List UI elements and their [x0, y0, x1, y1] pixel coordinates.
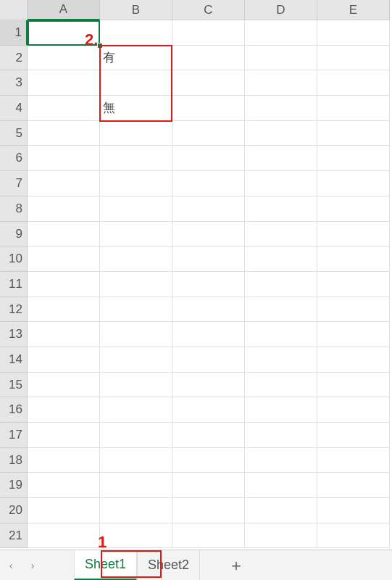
cell-C21[interactable] — [172, 523, 245, 549]
cell-E1[interactable] — [317, 20, 390, 46]
row-header-12[interactable]: 12 — [0, 297, 28, 323]
cell-E19[interactable] — [317, 473, 390, 498]
cell-D12[interactable] — [245, 297, 317, 323]
cell-B3[interactable] — [100, 70, 172, 96]
cell-D4[interactable] — [245, 96, 317, 121]
cell-D14[interactable] — [245, 347, 317, 373]
cell-B19[interactable] — [100, 473, 172, 498]
cell-B8[interactable] — [100, 196, 172, 222]
cell-A13[interactable] — [28, 322, 100, 347]
cell-C18[interactable] — [172, 448, 245, 473]
cell-D1[interactable] — [245, 20, 317, 46]
cell-A6[interactable] — [28, 146, 100, 171]
cell-C8[interactable] — [172, 196, 245, 222]
cell-A19[interactable] — [28, 473, 100, 498]
cell-B6[interactable] — [100, 146, 172, 171]
add-sheet-button[interactable]: ＋ — [222, 550, 251, 581]
cell-E2[interactable] — [317, 46, 390, 71]
cell-C1[interactable] — [172, 20, 245, 46]
cell-E6[interactable] — [317, 146, 390, 171]
cell-B12[interactable] — [100, 297, 172, 323]
row-header-20[interactable]: 20 — [0, 498, 28, 523]
cell-E4[interactable] — [317, 96, 390, 121]
cell-C13[interactable] — [172, 322, 245, 347]
cell-A12[interactable] — [28, 297, 100, 323]
select-all-corner[interactable] — [0, 0, 28, 20]
cell-E10[interactable] — [317, 246, 390, 272]
tab-sheet2[interactable]: Sheet2 — [137, 550, 200, 581]
row-header-17[interactable]: 17 — [0, 423, 28, 448]
cell-C15[interactable] — [172, 373, 245, 398]
cell-C7[interactable] — [172, 171, 245, 196]
col-header-D[interactable]: D — [245, 0, 317, 20]
row-header-1[interactable]: 1 — [0, 20, 28, 46]
cell-A17[interactable] — [28, 423, 100, 448]
cell-D21[interactable] — [245, 523, 317, 549]
cell-D10[interactable] — [245, 246, 317, 272]
row-header-8[interactable]: 8 — [0, 196, 28, 222]
cell-C19[interactable] — [172, 473, 245, 498]
cell-D18[interactable] — [245, 448, 317, 473]
row-header-15[interactable]: 15 — [0, 373, 28, 398]
fill-handle[interactable] — [97, 43, 103, 49]
row-header-7[interactable]: 7 — [0, 171, 28, 196]
cell-E17[interactable] — [317, 423, 390, 448]
row-header-18[interactable]: 18 — [0, 448, 28, 473]
cell-E21[interactable] — [317, 523, 390, 549]
row-header-4[interactable]: 4 — [0, 96, 28, 121]
cell-B15[interactable] — [100, 373, 172, 398]
row-header-14[interactable]: 14 — [0, 347, 28, 373]
cell-E14[interactable] — [317, 347, 390, 373]
cell-C11[interactable] — [172, 272, 245, 297]
row-header-19[interactable]: 19 — [0, 473, 28, 498]
col-header-A[interactable]: A — [28, 0, 100, 20]
cell-E15[interactable] — [317, 373, 390, 398]
cell-B7[interactable] — [100, 171, 172, 196]
tab-sheet1[interactable]: Sheet1 — [74, 550, 137, 581]
cell-B1[interactable] — [100, 20, 172, 46]
cell-E16[interactable] — [317, 397, 390, 423]
cell-A9[interactable] — [28, 222, 100, 247]
cell-D3[interactable] — [245, 70, 317, 96]
cell-B16[interactable] — [100, 397, 172, 423]
cell-D15[interactable] — [245, 373, 317, 398]
cell-B5[interactable] — [100, 121, 172, 146]
cell-A5[interactable] — [28, 121, 100, 146]
row-header-16[interactable]: 16 — [0, 397, 28, 423]
row-header-21[interactable]: 21 — [0, 523, 28, 549]
cell-A3[interactable] — [28, 70, 100, 96]
cell-A14[interactable] — [28, 347, 100, 373]
cell-D20[interactable] — [245, 498, 317, 523]
cell-B9[interactable] — [100, 222, 172, 247]
cell-B11[interactable] — [100, 272, 172, 297]
cell-E20[interactable] — [317, 498, 390, 523]
cell-D2[interactable] — [245, 46, 317, 71]
cell-A18[interactable] — [28, 448, 100, 473]
cell-E5[interactable] — [317, 121, 390, 146]
cell-B20[interactable] — [100, 498, 172, 523]
cell-E12[interactable] — [317, 297, 390, 323]
cell-C2[interactable] — [172, 46, 245, 71]
cell-C12[interactable] — [172, 297, 245, 323]
cell-D16[interactable] — [245, 397, 317, 423]
cell-E3[interactable] — [317, 70, 390, 96]
cell-A8[interactable] — [28, 196, 100, 222]
row-header-11[interactable]: 11 — [0, 272, 28, 297]
cell-D7[interactable] — [245, 171, 317, 196]
cell-C3[interactable] — [172, 70, 245, 96]
cell-E11[interactable] — [317, 272, 390, 297]
col-header-B[interactable]: B — [100, 0, 172, 20]
cell-D13[interactable] — [245, 322, 317, 347]
cell-E7[interactable] — [317, 171, 390, 196]
cell-D19[interactable] — [245, 473, 317, 498]
cell-B13[interactable] — [100, 322, 172, 347]
cell-A2[interactable] — [28, 46, 100, 71]
cell-A1[interactable] — [28, 20, 100, 46]
cell-B14[interactable] — [100, 347, 172, 373]
cell-B2[interactable]: 有 — [100, 46, 172, 71]
cell-E18[interactable] — [317, 448, 390, 473]
cell-A10[interactable] — [28, 246, 100, 272]
row-header-10[interactable]: 10 — [0, 246, 28, 272]
cell-C5[interactable] — [172, 121, 245, 146]
row-header-6[interactable]: 6 — [0, 146, 28, 171]
